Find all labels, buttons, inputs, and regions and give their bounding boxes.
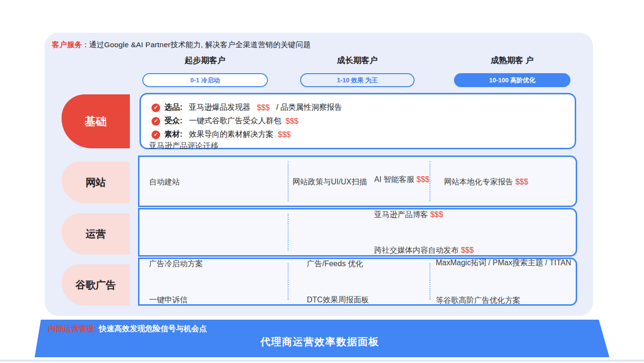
- website-box: 亚马逊产品评论迁移 自动建站 网站政策扫描 网站政策与UI/UX扫描 网站本地化…: [138, 156, 577, 207]
- stage-pill-label: 10-100 高阶优化: [489, 76, 535, 85]
- cell-text: AI 智能客服: [374, 175, 417, 183]
- dotted-divider: [288, 161, 289, 201]
- cell-text: 亚马逊产品博客: [374, 210, 430, 219]
- cell-line: 等谷歌高阶广告优化方案: [436, 294, 571, 307]
- row-label-website: 网站: [62, 162, 130, 203]
- item-text: 亚马逊爆品发现器: [187, 103, 253, 113]
- dotted-divider: [429, 263, 430, 300]
- column-header-growth: 成长期客户: [300, 55, 415, 66]
- cell-line: 亚马逊产品评论迁移: [149, 139, 218, 151]
- cell-line: AI 智能客服 $$$: [374, 173, 497, 185]
- item-title: 选品:: [164, 103, 182, 113]
- panel-title: 客户服务 : 通过Google &AI Partner技术能力, 解决客户全渠道…: [52, 40, 311, 50]
- item-suffix: / 品类属性洞察报告: [274, 103, 342, 113]
- ads-cell-startup: 广告冷启动方案 一键申诉信: [149, 233, 203, 330]
- google-ads-box: 广告冷启动方案 一键申诉信 广告/Feeds 优化 DTC效果周报面板 MaxM…: [138, 258, 577, 306]
- ads-cell-growth: 广告/Feeds 优化 DTC效果周报面板: [307, 233, 369, 330]
- price-tag: $$$: [430, 210, 443, 219]
- panel-title-text: 通过Google &AI Partner技术能力, 解决客户全渠道营销的关键问题: [87, 40, 311, 49]
- panel-title-label: 客户服务 :: [52, 40, 87, 49]
- banner-title: 代理商运营效率数据面板: [34, 335, 606, 349]
- stage-pill-performance: 1-10 效果 为王: [300, 73, 415, 87]
- banner-subtitle: 内部运营管理: 快速高效发现危险信号与机会点: [48, 324, 207, 334]
- foundation-item-selection: ✓选品: 亚马逊爆品发现器 $$$ / 品类属性洞察报告: [152, 103, 575, 113]
- stage-pill-label: 1-10 效果 为王: [337, 76, 378, 85]
- price-tag: $$$: [257, 104, 270, 112]
- check-icon: ✓: [152, 104, 160, 112]
- cell-line: MaxMagic拓词 / PMax搜索主题 / TITAN: [436, 257, 571, 269]
- dotted-divider: [288, 263, 289, 300]
- internal-ops-banner: 内部运营管理: 快速高效发现危险信号与机会点 代理商运营效率数据面板: [34, 320, 611, 357]
- banner-subtitle-text: 快速高效发现危险信号与机会点: [97, 324, 206, 333]
- cell-line: 广告/Feeds 优化: [307, 258, 369, 270]
- price-tag: $$$: [278, 130, 291, 139]
- dotted-divider: [288, 214, 289, 251]
- cell-line: 自动建站: [149, 175, 218, 187]
- price-tag: $$$: [515, 177, 528, 185]
- cell-line: 广告冷启动方案: [149, 258, 203, 270]
- row-label-google-ads: 谷歌广告: [62, 264, 130, 306]
- ads-cell-mature: MaxMagic拓词 / PMax搜索主题 / TITAN 等谷歌高阶广告优化方…: [436, 232, 571, 332]
- price-tag: $$$: [286, 117, 299, 126]
- banner-label: 内部运营管理:: [48, 324, 97, 333]
- bottom-edge-line: [0, 360, 644, 362]
- stage-pill-cold-start: 0-1 冷启动: [142, 73, 268, 87]
- website-cell-growth: 网站政策与UI/UX扫描: [292, 175, 367, 187]
- row-label-operations: 运营: [62, 213, 130, 255]
- column-header-startup: 起步期客户: [142, 55, 268, 66]
- cell-line: 亚马逊产品博客 $$$: [374, 209, 497, 221]
- cell-line: DTC效果周报面板: [307, 294, 369, 306]
- column-header-mature: 成熟期客 户: [454, 55, 570, 66]
- slide-canvas: 客户服务 : 通过Google &AI Partner技术能力, 解决客户全渠道…: [0, 0, 644, 363]
- cell-line: 一键申诉信: [149, 294, 203, 306]
- row-label-foundation: 基础: [62, 94, 130, 148]
- stage-pill-advanced: 10-100 高阶优化: [454, 73, 570, 87]
- price-tag: $$$: [417, 175, 429, 183]
- stage-pill-label: 0-1 冷启动: [190, 76, 220, 85]
